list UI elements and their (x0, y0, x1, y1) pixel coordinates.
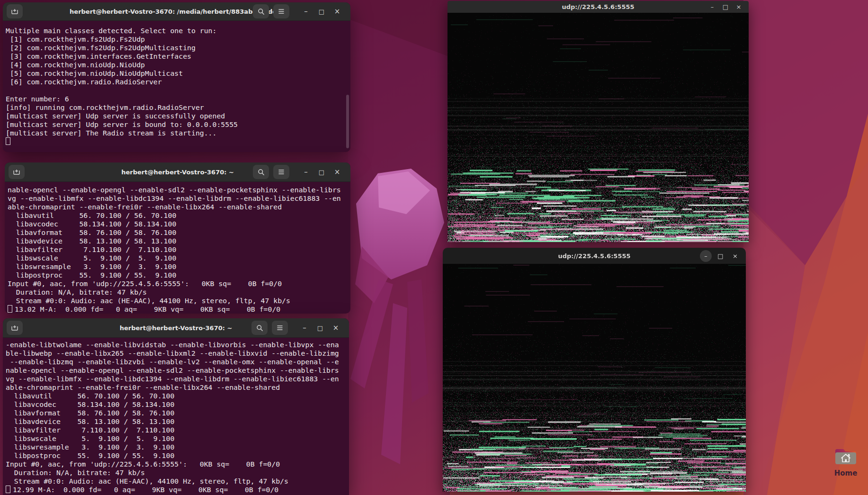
new-tab-button[interactable] (7, 321, 23, 335)
terminal-output[interactable]: -enable-libtwolame --enable-libvidstab -… (3, 338, 349, 494)
terminal-line (6, 86, 350, 95)
titlebar[interactable]: herbert@herbert-Vostro-3670: ~ – □ × (5, 162, 350, 182)
terminal-cursor (6, 137, 10, 145)
close-button[interactable]: × (331, 169, 343, 176)
maximize-button[interactable]: □ (314, 325, 326, 331)
terminal-line: libpostproc 55. 9.100 / 55. 9.100 (6, 451, 349, 460)
titlebar[interactable]: herbert@herbert-Vostro-3670: ~ – □ × (3, 318, 349, 338)
terminal-line: Multiple main classes detected. Select o… (6, 27, 350, 35)
scrollbar[interactable] (346, 95, 349, 148)
terminal-line: nable-opencl --enable-opengl --enable-sd… (8, 186, 350, 194)
terminal-line: libavformat 58. 76.100 / 58. 76.100 (8, 228, 350, 237)
terminal-line: libpostproc 55. 9.100 / 55. 9.100 (8, 271, 350, 279)
audio-spectrum-visualization[interactable] (443, 264, 746, 492)
terminal-line: vg --enable-libmfx --enable-libdc1394 --… (6, 375, 349, 383)
search-button[interactable] (253, 4, 269, 18)
minimize-button[interactable]: – (299, 324, 310, 332)
terminal-line: libavformat 58. 76.100 / 58. 76.100 (6, 409, 349, 417)
terminal-line: libavutil 56. 70.100 / 56. 70.100 (6, 392, 349, 400)
search-icon (256, 324, 263, 332)
home-folder-icon (833, 446, 858, 466)
new-tab-icon (11, 8, 18, 15)
titlebar[interactable]: udp://225.4.5.6:5555 – □ × (447, 1, 749, 13)
menu-icon (278, 169, 285, 175)
terminal-line: libavfilter 7.110.100 / 7.110.100 (6, 426, 349, 434)
maximize-button[interactable]: □ (316, 169, 327, 175)
close-button[interactable]: × (729, 250, 741, 262)
terminal-cursor-line (6, 137, 350, 146)
terminal-output[interactable]: Multiple main classes detected. Select o… (3, 21, 350, 146)
terminal-line: --enable-libzmq --enable-libzvbi --enabl… (6, 358, 349, 366)
terminal-window-radioserver: herbert@herbert-Vostro-3670: /media/herb… (3, 2, 350, 152)
terminal-line: Input #0, aac, from 'udp://225.4.5.6:555… (8, 279, 350, 288)
terminal-line: [5] com.rockthejvm.nioUdp.NioUdpMulticas… (6, 69, 350, 78)
terminal-line: [multicast server] Udp server is bound t… (6, 120, 350, 129)
window-title: udp://225.4.5.6:5555 (447, 3, 749, 10)
home-desktop-icon[interactable]: Home (828, 446, 864, 477)
ffplay-video-window-1: udp://225.4.5.6:5555 – □ × (447, 1, 749, 242)
ffplay-video-window-2: udp://225.4.5.6:5555 – □ × (443, 248, 746, 492)
menu-icon (278, 9, 285, 14)
terminal-line: Stream #0:0: Audio: aac (HE-AAC), 44100 … (8, 297, 350, 305)
terminal-line: Duration: N/A, bitrate: 47 kb/s (8, 288, 350, 297)
new-tab-button[interactable] (7, 4, 23, 18)
titlebar[interactable]: herbert@herbert-Vostro-3670: /media/herb… (3, 2, 350, 21)
terminal-line: [6] com.rockthejvm.radio.RadioServer (6, 78, 350, 86)
terminal-line: [1] com.rockthejvm.fs2Udp.Fs2Udp (6, 35, 350, 44)
close-button[interactable]: × (331, 8, 343, 15)
maximize-button[interactable]: □ (715, 250, 726, 262)
minimize-button[interactable]: – (300, 169, 312, 176)
terminal-line: libswscale 5. 9.100 / 5. 9.100 (8, 254, 350, 262)
new-tab-icon (11, 324, 18, 332)
minimize-button[interactable]: – (700, 250, 712, 262)
terminal-line: -enable-libtwolame --enable-libvidstab -… (6, 341, 349, 349)
search-button[interactable] (253, 165, 269, 179)
terminal-line: libswresample 3. 9.100 / 3. 9.100 (6, 443, 349, 451)
menu-button[interactable] (272, 321, 288, 335)
terminal-line: Input #0, aac, from 'udp://225.4.5.6:555… (6, 460, 349, 468)
close-button[interactable]: × (734, 4, 744, 10)
search-icon (258, 8, 265, 15)
terminal-line: libswscale 5. 9.100 / 5. 9.100 (6, 434, 349, 443)
maximize-button[interactable]: □ (720, 4, 731, 10)
terminal-line: nable-opencl --enable-opengl --enable-sd… (6, 366, 349, 375)
minimize-button[interactable]: – (707, 4, 717, 10)
terminal-line: able-chromaprint --enable-frei0r --enabl… (6, 383, 349, 392)
terminal-status-line: 12.99 M-A: 0.000 fd= 0 aq= 9KB vq= 0KB s… (6, 486, 349, 494)
terminal-line: libavfilter 7.110.100 / 7.110.100 (8, 245, 350, 254)
terminal-line: libavutil 56. 70.100 / 56. 70.100 (8, 211, 350, 220)
search-button[interactable] (251, 321, 268, 335)
terminal-line: ble-libwebp --enable-libx265 --enable-li… (6, 349, 349, 358)
terminal-line: libswresample 3. 9.100 / 3. 9.100 (8, 262, 350, 271)
terminal-line: [info] running com.rockthejvm.radio.Radi… (6, 103, 350, 112)
terminal-line: libavdevice 58. 13.100 / 58. 13.100 (8, 237, 350, 245)
terminal-line: libavcodec 58.134.100 / 58.134.100 (6, 400, 349, 409)
home-icon-label: Home (828, 469, 864, 477)
terminal-line: Duration: N/A, bitrate: 47 kb/s (6, 468, 349, 477)
terminal-window-ffplay-2: herbert@herbert-Vostro-3670: ~ – □ × (3, 318, 349, 495)
menu-button[interactable] (273, 4, 289, 18)
minimize-button[interactable]: – (300, 8, 312, 15)
terminal-cursor (6, 486, 10, 493)
search-icon (258, 169, 265, 176)
close-button[interactable]: × (330, 324, 341, 332)
menu-icon (277, 325, 283, 331)
audio-spectrum-visualization[interactable] (447, 13, 749, 242)
terminal-status-line: 13.02 M-A: 0.000 fd= 0 aq= 9KB vq= 0KB s… (8, 305, 350, 314)
terminal-line: [multicast server] Udp server is success… (6, 112, 350, 120)
terminal-line: [2] com.rockthejvm.fs2Udp.Fs2UdpMulticas… (6, 44, 350, 52)
terminal-line: vg --enable-libmfx --enable-libdc1394 --… (8, 194, 350, 203)
titlebar[interactable]: udp://225.4.5.6:5555 – □ × (443, 248, 746, 264)
menu-button[interactable] (273, 165, 289, 179)
terminal-line: [3] com.rockthejvm.interfaces.GetInterfa… (6, 52, 350, 61)
terminal-line: [4] com.rockthejvm.nioUdp.NioUdp (6, 61, 350, 69)
new-tab-button[interactable] (9, 165, 25, 179)
terminal-line: Enter number: 6 (6, 95, 350, 103)
new-tab-icon (13, 168, 20, 176)
maximize-button[interactable]: □ (316, 9, 327, 15)
desktop: Home herbert@herbert-Vostro-3670: /media… (0, 0, 868, 495)
terminal-line: able-chromaprint --enable-frei0r --enabl… (8, 203, 350, 211)
terminal-window-ffplay-1: herbert@herbert-Vostro-3670: ~ – □ × (5, 162, 350, 314)
terminal-output[interactable]: nable-opencl --enable-opengl --enable-sd… (5, 182, 350, 314)
terminal-line: libavcodec 58.134.100 / 58.134.100 (8, 220, 350, 228)
